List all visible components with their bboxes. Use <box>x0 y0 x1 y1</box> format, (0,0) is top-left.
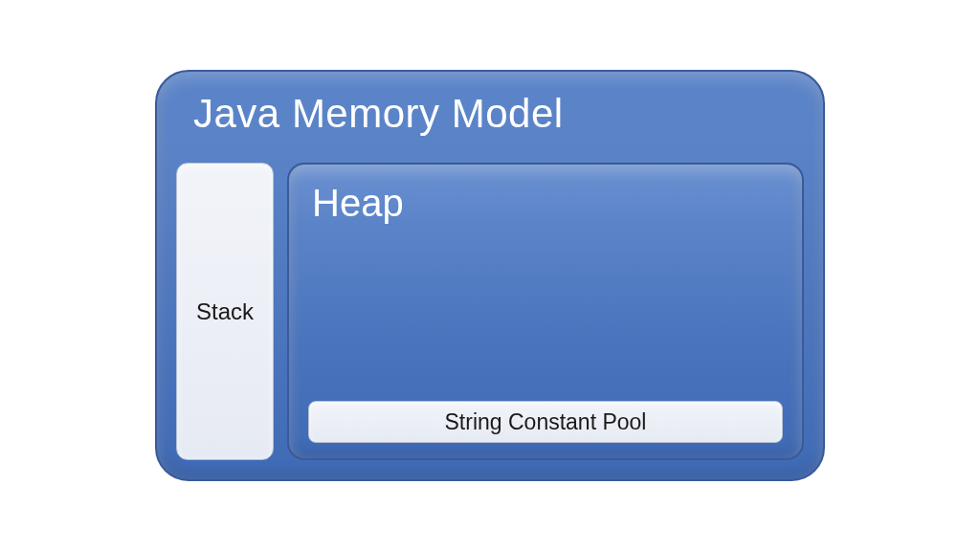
string-constant-pool-label: String Constant Pool <box>445 409 647 435</box>
diagram-title: Java Memory Model <box>193 91 564 137</box>
heap-region: Heap String Constant Pool <box>287 163 804 460</box>
heap-label: Heap <box>312 182 783 225</box>
memory-model-container: Java Memory Model Stack Heap String Cons… <box>155 70 825 481</box>
memory-regions-row: Stack Heap String Constant Pool <box>176 163 804 460</box>
stack-label: Stack <box>196 298 254 325</box>
stack-region: Stack <box>176 163 274 460</box>
string-constant-pool-region: String Constant Pool <box>308 401 783 443</box>
heap-content-spacer <box>308 225 783 401</box>
